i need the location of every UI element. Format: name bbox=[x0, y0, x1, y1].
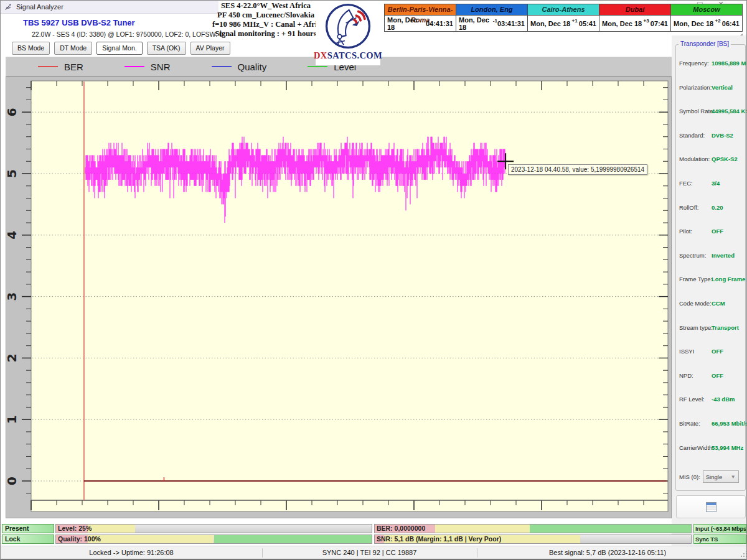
bar-segment bbox=[435, 525, 530, 533]
clock-date: Mon, Dec 18 bbox=[674, 20, 713, 27]
legend-label: Quality bbox=[238, 62, 267, 72]
clock-time: 07:41 bbox=[651, 20, 668, 27]
app-window: ▢ ✕ Signal Analyzer TBS 5927 USB DVB-S2 … bbox=[0, 0, 747, 560]
y-axis-label: 5 bbox=[6, 169, 19, 178]
input-rate-button[interactable]: Input (~63,84 Mbps) bbox=[693, 524, 746, 533]
transponder-label: Modulation: bbox=[679, 156, 710, 162]
level-bar: Level: 25% bbox=[55, 524, 372, 533]
clock-utc-offset: +3 bbox=[643, 18, 649, 24]
legend-swatch-icon bbox=[212, 66, 232, 67]
transponder-groupbox: Frequency:10985,889 MHzPolarization:Vert… bbox=[675, 44, 746, 491]
quality-bar-label: Quality: 100% bbox=[58, 535, 101, 543]
transponder-row: Pilot:OFF bbox=[679, 228, 692, 235]
legend-label: BER bbox=[64, 62, 83, 72]
clock-city-label: Moscow bbox=[671, 4, 742, 16]
transponder-row: NPD:OFF bbox=[679, 372, 693, 380]
monitoring-header: SES 4-22.0°W_West Africa PF 450 cm_Lucen… bbox=[212, 1, 319, 39]
y-axis-label: 0 bbox=[6, 477, 19, 485]
y-axis-label: 4 bbox=[6, 231, 19, 240]
clock-time: 04:41:31 bbox=[426, 20, 453, 27]
clock-time-row: Mon, Dec 18-103:41:31 bbox=[456, 16, 527, 31]
window-title: Signal Analyzer bbox=[16, 3, 63, 11]
mis-dropdown[interactable]: Single▼ bbox=[703, 470, 739, 483]
world-clocks: Berlin-Paris-Vienna-RomaMon, Dec 1804:41… bbox=[385, 4, 743, 32]
legend-swatch-icon bbox=[125, 66, 144, 67]
ber-bar-label: BER: 0,0000000 bbox=[377, 525, 425, 533]
transponder-label: FEC: bbox=[679, 180, 693, 187]
sync-ts-button[interactable]: Sync TS bbox=[693, 534, 746, 544]
transponder-value: 44995,584 KS/s bbox=[712, 108, 747, 114]
legend-item-quality: Quality bbox=[212, 62, 267, 72]
lock-button[interactable]: Lock bbox=[2, 534, 54, 544]
transponder-value: Transport bbox=[712, 324, 739, 331]
transponder-label: Frequency: bbox=[679, 60, 709, 67]
transponder-title: Transponder [BS] bbox=[679, 40, 731, 47]
transponder-row: Spectrum:Inverted bbox=[679, 252, 706, 259]
transponder-label: Code Mode: bbox=[679, 300, 712, 307]
legend-label: SNR bbox=[151, 62, 171, 72]
clock-date: Mon, Dec 18 bbox=[530, 20, 570, 27]
clock-time-row: Mon, Dec 18+105:41 bbox=[528, 16, 599, 31]
tab-signal-mon[interactable]: Signal Mon. bbox=[96, 42, 142, 55]
mis-row: MIS (0):Single▼ bbox=[679, 470, 739, 483]
legend-item-ber: BER bbox=[38, 62, 83, 72]
transponder-row: BitRate:66,953 Mbit/s bbox=[679, 420, 700, 427]
mis-selected-value: Single bbox=[706, 474, 722, 480]
satellite-dish-icon bbox=[322, 2, 374, 50]
resize-grip-icon[interactable] bbox=[740, 551, 746, 558]
status-best-signal: Best signal: 5,7 dB (2023-12-16 05:11) bbox=[477, 546, 738, 559]
transponder-row: FEC:3/4 bbox=[679, 180, 693, 187]
transponder-label: Polarization: bbox=[679, 84, 712, 91]
transponder-label: Frame Type: bbox=[679, 276, 712, 282]
app-icon bbox=[4, 3, 12, 11]
bar-segment bbox=[214, 535, 372, 543]
tuner-name: TBS 5927 USB DVB-S2 Tuner bbox=[23, 18, 135, 27]
transponder-row: Stream type:Transport bbox=[679, 324, 713, 332]
transponder-row: RF Level:-43 dBm bbox=[679, 396, 705, 403]
logo-text: DXSATCS.COM bbox=[314, 50, 382, 61]
signal-chart-plot[interactable]: 0123456 bbox=[6, 77, 671, 518]
level-bar-label: Level: 25% bbox=[58, 525, 92, 533]
transponder-label: Symbol Rate: bbox=[679, 108, 715, 114]
header-line: PF 450 cm_Lucenec/Slovakia bbox=[212, 11, 319, 20]
tab-tsa-ok[interactable]: TSA (OK) bbox=[147, 42, 186, 55]
transponder-value: CCM bbox=[712, 300, 725, 307]
tab-bs-mode[interactable]: BS Mode bbox=[12, 42, 50, 55]
legend-item-snr: SNR bbox=[125, 62, 171, 72]
tab-dt-mode[interactable]: DT Mode bbox=[54, 42, 92, 55]
transponder-value: 53,994 MHz bbox=[712, 444, 743, 451]
chart-tooltip: 2023-12-18 04.40.58, value: 5,1999998092… bbox=[508, 164, 647, 175]
header-line: SES 4-22.0°W_West Africa bbox=[212, 1, 319, 11]
clock-city-label: London, Eng bbox=[456, 4, 527, 16]
details-button[interactable] bbox=[676, 495, 746, 518]
transponder-row: Frame Type:Long Frame bbox=[679, 276, 712, 283]
snr-bar-label: SNR: 5,1 dB (Margin: 1,1 dB | Very Poor) bbox=[377, 535, 501, 543]
tab-av-player[interactable]: AV Player bbox=[190, 42, 230, 55]
transponder-label: Stream type: bbox=[679, 324, 713, 331]
transponder-row: ISSYIOFF bbox=[679, 348, 694, 355]
bar-segment bbox=[88, 535, 214, 543]
present-button[interactable]: Present bbox=[2, 524, 54, 533]
header-line: f=10 986 MHz_V : Canal + Africa bbox=[212, 20, 319, 29]
transponder-label: CarrierWidth: bbox=[679, 444, 714, 451]
chevron-down-icon: ▼ bbox=[731, 474, 736, 480]
clock-london-eng: London, EngMon, Dec 18-103:41:31 bbox=[456, 4, 528, 32]
mis-label: MIS (0): bbox=[679, 474, 700, 480]
clock-date: Mon, Dec 18 bbox=[602, 20, 642, 27]
clock-moscow: MoscowMon, Dec 18+206:41 bbox=[670, 4, 743, 32]
clock-cairo-athens: Cairo-AthensMon, Dec 18+105:41 bbox=[527, 4, 599, 32]
transponder-row: Modulation:QPSK-S2 bbox=[679, 156, 710, 163]
transponder-value: 3/4 bbox=[712, 180, 720, 187]
transponder-label: ISSYI bbox=[679, 348, 694, 355]
transponder-value: 0.20 bbox=[712, 204, 723, 211]
clock-time-row: Mon, Dec 18+307:41 bbox=[599, 16, 670, 31]
transponder-row: Polarization:Vertical bbox=[679, 84, 712, 91]
clock-time: 03:41:31 bbox=[497, 20, 525, 27]
transponder-label: RF Level: bbox=[679, 396, 705, 403]
quality-bar: Quality: 100% bbox=[55, 534, 372, 544]
transponder-value: QPSK-S2 bbox=[712, 156, 738, 162]
transponder-value: 10985,889 MHz bbox=[712, 60, 747, 67]
logo-text-dx: DX bbox=[314, 50, 327, 60]
status-uptime: Locked -> Uptime: 91:26:08 bbox=[1, 546, 262, 559]
bar-segment bbox=[88, 525, 135, 533]
